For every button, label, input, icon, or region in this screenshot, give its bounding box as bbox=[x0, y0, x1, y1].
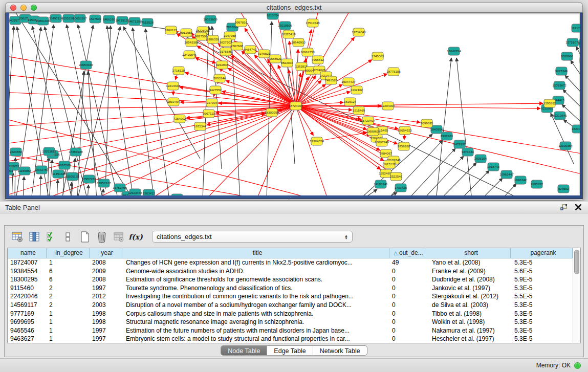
graph-node[interactable]: 8813054 bbox=[267, 13, 279, 19]
function-builder-icon[interactable]: f(x) bbox=[128, 229, 143, 245]
column-header-name[interactable]: name bbox=[8, 248, 47, 258]
column-header-title[interactable]: title bbox=[122, 248, 389, 258]
graph-node[interactable]: 9267110 bbox=[203, 110, 215, 118]
graph-node[interactable]: 22420046 bbox=[182, 51, 197, 59]
column-header-year[interactable]: year bbox=[90, 248, 122, 258]
graph-node[interactable]: 2935154 bbox=[474, 155, 487, 163]
graph-node[interactable]: 15751074 bbox=[565, 38, 580, 47]
memory-status-indicator[interactable] bbox=[574, 362, 581, 369]
graph-node[interactable]: 16047427 bbox=[341, 78, 356, 86]
graph-node[interactable]: 14196141 bbox=[374, 180, 388, 188]
graph-node[interactable]: 7493528 bbox=[325, 76, 338, 84]
graph-node[interactable]: 18807249 bbox=[375, 138, 389, 146]
graph-node[interactable]: 20891406 bbox=[36, 17, 50, 25]
window-titlebar[interactable]: citations_edges.txt bbox=[5, 2, 583, 13]
graph-node[interactable]: 2522546 bbox=[390, 172, 403, 181]
tab-node-table[interactable]: Node Table bbox=[221, 346, 267, 355]
table-scrollbar[interactable] bbox=[573, 248, 580, 343]
graph-node[interactable]: 1095022 bbox=[531, 180, 543, 188]
graph-node[interactable]: 9997816 bbox=[235, 18, 248, 27]
graph-node[interactable]: 15720407 bbox=[361, 117, 375, 125]
graph-node[interactable]: 20497114 bbox=[49, 14, 63, 23]
graph-node[interactable]: 8454749 bbox=[244, 46, 257, 54]
graph-node[interactable]: 13958187 bbox=[97, 179, 111, 187]
graph-node[interactable]: 9699695 bbox=[421, 119, 433, 127]
graph-node[interactable]: 9175685 bbox=[220, 48, 232, 56]
graph-node[interactable]: 8822037 bbox=[281, 59, 294, 67]
graph-node[interactable]: 1918743 bbox=[487, 163, 500, 171]
table-row[interactable]: 977716911998Corpus callosum shape and si… bbox=[8, 310, 573, 318]
graph-node[interactable]: 12100354 bbox=[558, 142, 573, 150]
graph-node[interactable]: 1903412 bbox=[143, 189, 156, 195]
minimize-window-button[interactable] bbox=[20, 5, 27, 11]
graph-node[interactable]: 13505135 bbox=[65, 172, 79, 181]
graph-node[interactable]: 1915469 bbox=[353, 106, 365, 115]
table-mode-icon[interactable] bbox=[10, 229, 25, 245]
graph-node[interactable]: 9474444 bbox=[462, 148, 474, 156]
delete-column-icon[interactable] bbox=[94, 229, 110, 245]
show-columns-icon[interactable] bbox=[27, 229, 42, 245]
graph-node[interactable]: 10553813 bbox=[42, 147, 56, 156]
graph-node[interactable]: 8938923 bbox=[441, 132, 453, 140]
graph-node[interactable]: 11156863 bbox=[18, 167, 32, 175]
graph-node[interactable]: 18300295 bbox=[265, 108, 279, 117]
graph-node[interactable]: 18640910 bbox=[291, 38, 306, 47]
graph-node[interactable]: 924502 bbox=[558, 185, 569, 193]
table-row[interactable]: 911546021997Tourette syndrome. Phenomeno… bbox=[8, 284, 573, 293]
graph-node[interactable]: 20053346 bbox=[79, 61, 93, 69]
graph-node[interactable]: 16648784 bbox=[447, 47, 461, 55]
panel-resize-grip[interactable]: ⋰ bbox=[287, 196, 291, 202]
unselect-all-columns-icon[interactable] bbox=[60, 229, 76, 245]
scrollbar-thumb[interactable] bbox=[574, 250, 579, 274]
graph-node[interactable]: 12093872 bbox=[552, 81, 567, 90]
graph-node[interactable]: 18724007 bbox=[289, 102, 303, 110]
new-column-icon[interactable] bbox=[77, 229, 93, 245]
graph-node[interactable]: 17510743 bbox=[306, 19, 320, 27]
graph-node[interactable]: 3915931 bbox=[9, 167, 14, 175]
graph-node[interactable]: 12942757 bbox=[34, 166, 49, 174]
graph-node[interactable]: 16033809 bbox=[203, 15, 217, 24]
delete-table-icon[interactable] bbox=[111, 229, 126, 245]
float-panel-icon[interactable] bbox=[559, 203, 569, 211]
graph-node[interactable]: 7955812 bbox=[312, 56, 324, 64]
table-selector-dropdown[interactable]: citations_edges.txt ▲▼ bbox=[152, 231, 353, 243]
graph-node[interactable]: 1616127 bbox=[344, 98, 357, 106]
graph-node[interactable]: 18654923 bbox=[398, 126, 412, 135]
graph-node[interactable]: 1914388 bbox=[579, 56, 580, 64]
graph-node[interactable]: 6466160 bbox=[103, 15, 116, 24]
graph-node[interactable]: 1745083 bbox=[372, 52, 384, 60]
graph-node[interactable]: 1527602 bbox=[89, 15, 102, 23]
table-row[interactable]: 946554611997Estimation of the future num… bbox=[8, 326, 573, 335]
graph-node[interactable]: 16961758 bbox=[300, 48, 315, 56]
network-canvas[interactable]: 1405572420627339150614208914062049711410… bbox=[9, 13, 580, 195]
column-header-in_degree[interactable]: in_degree bbox=[47, 248, 90, 258]
graph-node[interactable]: 9146821 bbox=[258, 50, 271, 58]
graph-node[interactable]: 2620650 bbox=[10, 148, 23, 156]
graph-node[interactable]: 2718120 bbox=[172, 67, 185, 75]
graph-node[interactable]: 16210645 bbox=[553, 112, 567, 120]
column-header-short[interactable]: short bbox=[425, 248, 511, 258]
graph-node[interactable]: 17957272 bbox=[82, 175, 96, 183]
table-row[interactable]: 946362711997Embryonic stem cells: a mode… bbox=[8, 335, 573, 343]
graph-node[interactable]: 9756928 bbox=[398, 142, 410, 150]
select-all-columns-icon[interactable] bbox=[43, 229, 59, 245]
graph-node[interactable]: 1733426 bbox=[395, 184, 407, 192]
table-row[interactable]: 1872400712008Changes of HCN gene express… bbox=[8, 258, 573, 267]
graph-node[interactable]: 7254002 bbox=[173, 115, 186, 123]
graph-node[interactable]: 1615132 bbox=[383, 160, 396, 168]
graph-node[interactable]: 8912955 bbox=[180, 29, 193, 37]
graph-node[interactable]: 1810754 bbox=[167, 98, 180, 106]
graph-node[interactable]: 9097588 bbox=[58, 161, 71, 169]
graph-node[interactable]: 1132162 bbox=[351, 86, 363, 94]
graph-node[interactable]: 6479197 bbox=[453, 140, 466, 148]
graph-node[interactable]: 9245012 bbox=[171, 194, 184, 195]
graph-node[interactable]: 16782759 bbox=[113, 184, 127, 192]
table-row[interactable]: 969969511998Structural magnetic resonanc… bbox=[8, 318, 573, 326]
graph-node[interactable]: 19384554 bbox=[310, 137, 324, 145]
graph-node[interactable]: 2367608 bbox=[231, 42, 244, 50]
graph-node[interactable]: 1696342 bbox=[514, 176, 527, 184]
graph-node[interactable]: 10653267 bbox=[73, 14, 87, 23]
graph-node[interactable]: 1588520 bbox=[269, 55, 282, 63]
graph-node[interactable]: 10543382 bbox=[184, 38, 199, 47]
tab-edge-table[interactable]: Edge Table bbox=[267, 346, 313, 355]
